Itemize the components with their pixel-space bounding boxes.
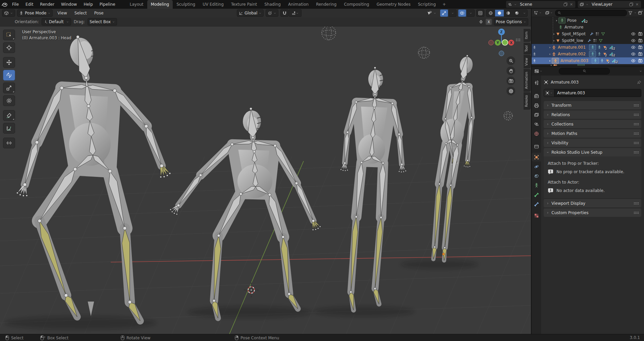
gizmo-x-axis[interactable]: X [508,40,514,46]
expand-caret-icon[interactable] [548,53,552,56]
outliner-row-armature-data[interactable]: Armature [532,24,644,31]
tool-rotate[interactable] [3,70,15,81]
tab-rendering[interactable]: Rendering [312,0,340,9]
zoom-view-button[interactable] [506,56,515,65]
gizmo-z-negative-ball[interactable] [499,51,504,56]
tool-annotate[interactable] [3,110,15,121]
eye-icon[interactable] [631,38,636,43]
orientation-default-dropdown[interactable]: Default [42,18,71,26]
perspective-toggle-button[interactable] [506,87,515,95]
snap-toggle[interactable] [280,9,288,17]
drag-select-box-dropdown[interactable]: Select Box [88,18,117,26]
menu-help[interactable]: Help [80,0,96,9]
drag-dots-icon[interactable] [634,113,639,116]
panel-transform[interactable]: Transform [544,101,641,109]
add-workspace-button[interactable]: + [439,0,449,9]
drag-dots-icon[interactable] [634,142,639,144]
outliner-row-spot-mspot[interactable]: Spot_MSpot [532,31,644,37]
ptab-physics[interactable] [532,162,541,171]
tool-scale[interactable] [3,83,15,93]
render-visibility-camera-icon[interactable] [638,58,643,63]
new-scene-icon[interactable] [564,2,568,6]
panel-custom-properties[interactable]: Custom Properties [544,208,641,217]
gizmo-dropdown[interactable] [448,9,457,17]
tab-uv-editing[interactable]: UV Editing [199,0,227,9]
ptab-view-layer[interactable] [532,110,541,119]
gizmo-y-axis[interactable]: Y [495,40,501,46]
expand-caret-icon[interactable] [554,19,558,22]
pin-icon[interactable] [637,80,641,85]
shading-wireframe-button[interactable] [486,10,495,16]
tool-pose-breakdowner[interactable] [3,138,15,148]
menu-pose[interactable]: Pose [92,11,106,15]
navigation-gizmo[interactable]: Z Y X [488,29,515,57]
mode-selector[interactable]: Pose Mode [17,9,53,17]
outliner-row-armature-002[interactable]: Armature.002 2 62 [532,51,644,57]
panel-motion-paths[interactable]: Motion Paths [544,129,641,138]
tool-measure[interactable] [3,123,15,134]
panel-visibility[interactable]: Visibility [544,139,641,147]
tool-select-box[interactable] [3,30,15,40]
ptab-armature-data[interactable] [532,181,541,190]
eye-icon[interactable] [631,58,636,63]
transform-orientation-selector[interactable]: Global [237,9,264,17]
tab-rokoko[interactable]: Rokoko [524,92,531,110]
new-collection-icon[interactable] [638,10,643,15]
new-view-layer-icon[interactable] [629,2,633,6]
show-overlays-toggle[interactable] [458,9,466,17]
render-visibility-camera-icon[interactable] [638,45,643,50]
menu-edit[interactable]: Edit [22,0,37,9]
render-visibility-camera-icon[interactable] [638,32,643,36]
viewport-canvas[interactable] [0,26,531,334]
region-grip-handle[interactable] [516,38,521,41]
panel-rokoko-studio-live-setup[interactable]: Rokoko Studio Live Setup Attach to Prop … [544,148,641,198]
tab-item[interactable]: Item [524,29,531,42]
panel-viewport-display[interactable]: Viewport Display [544,199,641,207]
outliner-row-armature-001[interactable]: Armature.001 2 62 [532,44,644,51]
show-gizmo-toggle[interactable] [440,9,448,17]
expand-caret-icon[interactable] [548,46,552,49]
pose-options-dropdown[interactable]: Pose Options [494,18,528,26]
menu-render[interactable]: Render [37,0,58,9]
properties-search-input[interactable] [559,68,610,75]
shading-material-button[interactable] [504,10,513,16]
overlays-dropdown[interactable] [467,9,475,17]
menu-pipeline[interactable]: Pipeline [96,0,119,9]
tool-move[interactable] [3,57,15,68]
tool-transform[interactable] [3,95,15,106]
drag-dots-icon[interactable] [634,202,639,205]
tab-sculpting[interactable]: Sculpting [173,0,199,9]
ptab-object[interactable] [532,153,541,161]
properties-editor-type-dropdown[interactable] [533,67,543,75]
object-id-icon[interactable] [544,89,554,97]
remove-view-layer-icon[interactable]: ✕ [635,2,639,7]
ptab-bone-constraint[interactable] [532,200,541,208]
drag-dots-icon[interactable] [634,151,639,154]
tab-modeling[interactable]: Modeling [147,0,173,9]
object-visibility-dropdown[interactable] [425,9,438,17]
menu-select[interactable]: Select [72,11,90,15]
ptab-bone[interactable] [532,190,541,199]
shading-solid-button[interactable] [495,10,504,16]
expand-caret-icon[interactable] [548,59,552,62]
outliner-search-input[interactable] [555,10,627,16]
menu-window[interactable]: Window [58,0,80,9]
outliner-display-mode-dropdown[interactable] [533,9,543,16]
pivot-point-selector[interactable] [266,9,278,17]
toggle-xray-button[interactable] [476,9,484,17]
eye-icon[interactable] [631,32,636,36]
eye-icon[interactable] [631,52,636,56]
tab-layout[interactable]: Layout [126,0,147,9]
ptab-texture[interactable] [532,211,541,220]
ptab-render[interactable] [532,92,541,100]
options-chevron-icon[interactable] [639,69,642,73]
ptab-constraints[interactable] [532,172,541,180]
outliner-filter-type-dropdown[interactable] [544,9,554,16]
editor-type-button[interactable] [2,9,15,17]
ptab-world[interactable] [532,129,541,138]
tab-scripting[interactable]: Scripting [414,0,439,9]
shading-rendered-button[interactable] [513,10,521,16]
filter-icon[interactable] [628,11,633,15]
render-visibility-camera-icon[interactable] [638,38,643,43]
drag-dots-icon[interactable] [634,104,639,107]
